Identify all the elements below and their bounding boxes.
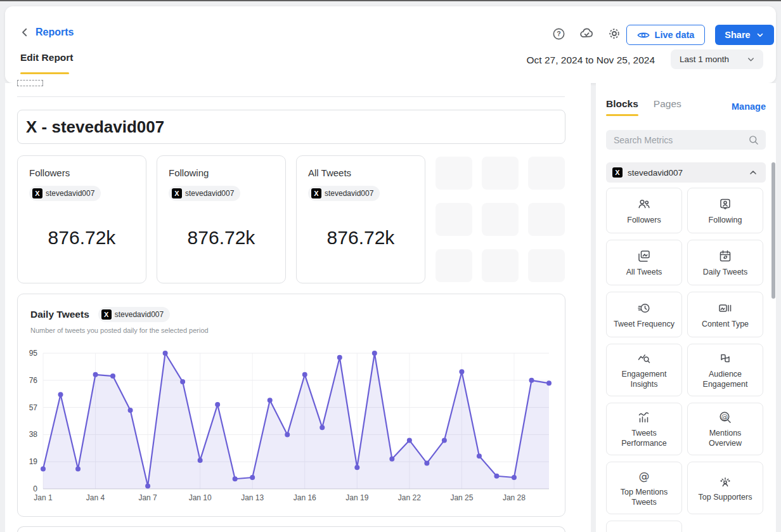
- sidebar-scrollbar[interactable]: [771, 162, 775, 299]
- back-to-reports-link[interactable]: Reports: [19, 27, 74, 38]
- blocks-sidebar: Blocks Pages Manage X stevedavid007 Foll…: [596, 83, 776, 532]
- period-dropdown-value: Last 1 month: [680, 55, 729, 64]
- share-label: Share: [725, 30, 750, 40]
- mentions-overview-icon: @: [718, 410, 733, 425]
- report-canvas: X - stevedavid007 FollowersXstevedavid00…: [5, 83, 591, 532]
- metric-block[interactable]: Top Supporters: [687, 462, 763, 514]
- stat-card-value: 876.72k: [297, 227, 425, 249]
- metric-block[interactable]: @Top Mentions Tweets: [606, 462, 682, 514]
- placeholder-tile: [436, 157, 472, 190]
- svg-text:0: 0: [33, 484, 37, 493]
- account-badge: X stevedavid007: [98, 307, 170, 322]
- metric-block[interactable]: Daily Tweets: [687, 240, 763, 285]
- placeholder-tile: [482, 203, 519, 236]
- period-dropdown[interactable]: Last 1 month: [671, 49, 763, 69]
- stat-card[interactable]: All TweetsXstevedavid007876.72k: [296, 155, 425, 283]
- metric-block-label: Engagement Insights: [610, 369, 678, 389]
- chart-point: [285, 432, 290, 437]
- report-title-block[interactable]: X - stevedavid007: [17, 110, 565, 144]
- tab-pages-label: Pages: [654, 98, 681, 109]
- engagement-insights-icon: [636, 351, 652, 366]
- content-type-icon: [718, 301, 733, 316]
- metric-block[interactable]: Tweets Performance: [606, 403, 682, 455]
- sidebar-tabs: Blocks Pages Manage: [606, 98, 766, 115]
- account-badge-label: stevedavid007: [185, 189, 234, 198]
- metric-block[interactable]: @Mentions Overview: [687, 403, 763, 455]
- metric-block[interactable]: Content Type: [687, 292, 763, 337]
- chart-point: [110, 373, 115, 379]
- share-button[interactable]: Share: [715, 25, 774, 45]
- collapsed-block-placeholder[interactable]: [17, 80, 43, 86]
- svg-text:Jan 7: Jan 7: [138, 493, 157, 502]
- manage-link[interactable]: Manage: [732, 101, 766, 112]
- chart-point: [512, 475, 517, 480]
- help-icon: ?: [552, 27, 566, 41]
- daily-tweets-icon: [718, 249, 733, 264]
- account-badge: Xstevedavid007: [29, 186, 101, 201]
- chart-point: [442, 438, 447, 443]
- account-badge-label: stevedavid007: [46, 189, 94, 198]
- stat-card[interactable]: FollowingXstevedavid007876.72k: [157, 155, 286, 283]
- svg-text:@: @: [721, 413, 728, 420]
- live-data-label: Live data: [655, 30, 695, 40]
- chart-point: [424, 460, 429, 465]
- chart-point: [268, 398, 273, 403]
- svg-text:Jan 22: Jan 22: [398, 493, 421, 502]
- search-metrics-input[interactable]: [614, 135, 748, 145]
- svg-text:Jan 1: Jan 1: [34, 493, 53, 502]
- metric-block[interactable]: All Tweets: [606, 240, 682, 285]
- tweets-performance-icon: [636, 410, 652, 425]
- chart-point: [75, 466, 81, 471]
- metric-block-label: Top Supporters: [699, 492, 752, 502]
- live-data-button[interactable]: Live data: [626, 25, 705, 45]
- app-root: Reports ? Live data Share Edit Report O: [0, 0, 781, 532]
- tab-edit-report-label: Edit Report: [20, 52, 74, 63]
- placeholder-grid: [436, 157, 575, 282]
- date-range-label: Oct 27, 2024 to Nov 25, 2024: [527, 55, 655, 66]
- svg-text:Jan 28: Jan 28: [503, 493, 526, 502]
- stat-card[interactable]: FollowersXstevedavid007876.72k: [17, 155, 146, 283]
- gear-icon: [607, 26, 622, 41]
- svg-text:Jan 19: Jan 19: [345, 493, 368, 502]
- chart-point: [41, 466, 46, 471]
- metric-block[interactable]: #: [606, 521, 682, 532]
- metric-block[interactable]: Followers: [606, 188, 682, 233]
- x-logo-icon: X: [101, 309, 112, 320]
- chart-point: [354, 465, 359, 470]
- svg-text:95: 95: [29, 349, 38, 358]
- tab-blocks[interactable]: Blocks: [606, 98, 638, 115]
- chart-point: [58, 392, 63, 397]
- svg-text:Jan 4: Jan 4: [86, 493, 105, 502]
- metric-block[interactable]: Audience Engagement: [687, 344, 763, 396]
- stat-card-title: Following: [169, 167, 274, 178]
- chart-point: [389, 457, 394, 462]
- settings-button[interactable]: [606, 25, 623, 42]
- chart-point: [477, 453, 482, 458]
- following-icon: [718, 197, 733, 212]
- placeholder-tile: [482, 249, 519, 282]
- help-button[interactable]: ?: [550, 25, 567, 42]
- tab-pages[interactable]: Pages: [654, 98, 681, 115]
- account-badge-label: stevedavid007: [115, 310, 164, 319]
- tab-edit-report[interactable]: Edit Report: [20, 52, 74, 63]
- metric-block[interactable]: Following: [687, 188, 763, 233]
- metric-block[interactable]: Tweet Frequency: [606, 292, 682, 337]
- report-title-text: X - stevedavid007: [26, 117, 164, 137]
- chart-point: [546, 380, 552, 386]
- placeholder-tile: [436, 203, 472, 236]
- x-logo-icon: X: [612, 167, 623, 178]
- followers-icon: [636, 197, 652, 212]
- x-logo-icon: X: [172, 188, 182, 198]
- search-icon: [748, 134, 759, 146]
- metric-block[interactable]: Engagement Insights: [606, 344, 682, 396]
- cloud-sync-button[interactable]: [578, 25, 595, 42]
- daily-tweets-block[interactable]: Daily Tweets X stevedavid007 Number of t…: [17, 294, 565, 517]
- account-group-header[interactable]: X stevedavid007: [606, 162, 766, 183]
- chart-point: [180, 379, 185, 384]
- window-top-strip: [0, 0, 781, 1]
- stat-card-title: Followers: [29, 167, 134, 178]
- placeholder-tile: [482, 157, 519, 190]
- chevron-up-icon: [748, 167, 758, 178]
- svg-text:38: 38: [29, 430, 38, 439]
- metric-block-label: All Tweets: [626, 267, 662, 277]
